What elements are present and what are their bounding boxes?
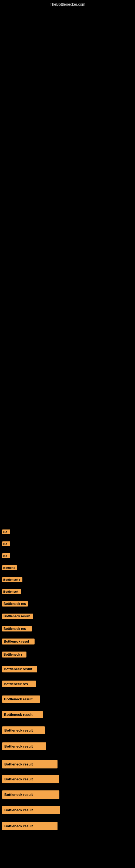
bottleneck-label-partial-2: Bo [1,540,135,547]
bottleneck-label-partial-8: Bottleneck result [1,613,135,620]
chart-area [0,8,135,306]
bottleneck-label-partial-1: Bo [1,528,135,535]
bottleneck-label-full-3: Bottleneck result [1,725,135,735]
bottleneck-result-2972: Bottleneck result [1,789,135,800]
bottleneck-label-full-1: Bottleneck result [1,694,135,704]
bottleneck-label-partial-10: Bottleneck resul [1,638,135,646]
bottleneck-label-full-2: Bottleneck result [1,710,135,719]
bottleneck-result-2795: Bottleneck result [1,759,135,770]
site-title: TheBottlenecker.com [0,0,135,8]
bottleneck-result-3059: Bottleneck result [1,805,135,815]
bottleneck-label-partial-3: Bo [1,552,135,559]
bottleneck-label-partial-5: Bottleneck r [1,576,135,583]
bottleneck-label-partial-7: Bottleneck res [1,600,135,608]
bottleneck-label-full-4: Bottleneck result [1,741,135,751]
bottleneck-label-partial-4: Bottlene [1,564,135,571]
bottleneck-label-partial-12: Bottleneck result [1,664,135,674]
bottleneck-label-partial-13: Bottleneck res [1,680,135,688]
bottleneck-result-2880: Bottleneck result [1,774,135,784]
bottleneck-label-partial-6: Bottleneck [1,588,135,595]
bottleneck-label-partial-9: Bottleneck res [1,625,135,632]
bottleneck-label-partial-11: Bottleneck r [1,650,135,659]
bottleneck-result-3148: Bottleneck result [1,821,135,831]
